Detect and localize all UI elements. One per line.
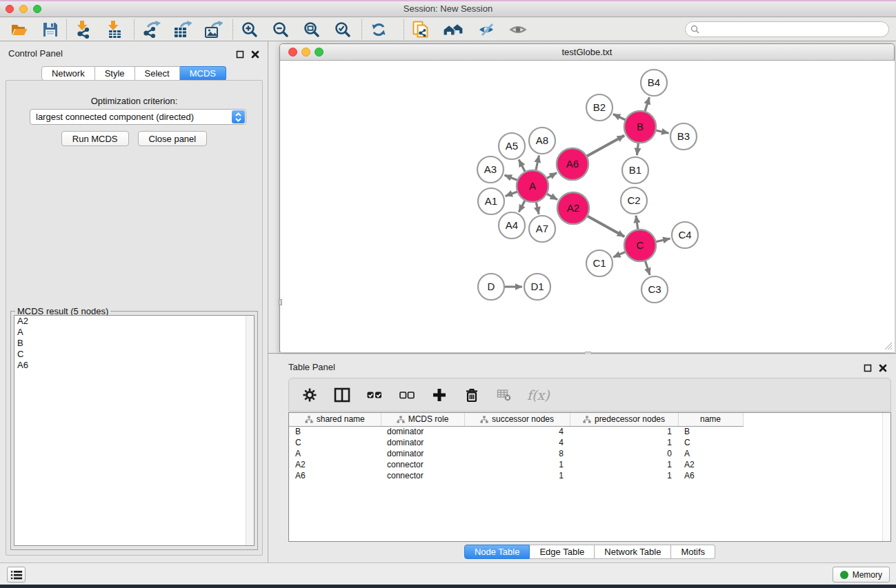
mcds-result-item: C [14, 349, 254, 360]
graph-node-label: A7 [536, 223, 548, 234]
table-cell: A2 [289, 459, 381, 470]
table-row[interactable]: Cdominator41C [289, 437, 882, 448]
hierarchy-icon [480, 416, 488, 423]
save-session-icon[interactable] [41, 20, 60, 39]
function-builder-icon[interactable]: f(x) [527, 387, 550, 403]
table-row[interactable]: Adominator80A [289, 448, 882, 459]
table-cell: connector [381, 470, 464, 481]
tab-network[interactable]: Network [41, 66, 95, 81]
mcds-result-item: A6 [14, 360, 254, 371]
table-panel: Table Panel [268, 354, 896, 562]
table-tab-network-table[interactable]: Network Table [595, 545, 671, 559]
column-header-label: MCDS role [408, 414, 449, 424]
network-window-titlebar[interactable]: testGlobe.txt [280, 44, 894, 61]
control-panel-title: Control Panel [8, 48, 63, 59]
mcds-result-item: B [14, 338, 254, 349]
search-input[interactable] [702, 25, 888, 34]
table-cell: 4 [464, 437, 570, 448]
graph-node-label: D [488, 281, 495, 292]
column-header-predecessor-nodes[interactable]: predecessor nodes [570, 413, 678, 426]
application-window: Session: New Session [0, 0, 896, 588]
graph-node-label: A6 [566, 158, 579, 170]
close-table-panel-icon[interactable] [879, 363, 887, 375]
task-history-button[interactable] [7, 567, 26, 582]
show-all-icon[interactable] [508, 20, 528, 39]
zoom-out-icon[interactable] [271, 20, 290, 39]
table-scrollbar[interactable] [882, 413, 890, 541]
graph-node-label: A5 [506, 140, 518, 152]
network-from-selection-icon[interactable] [411, 20, 430, 39]
graph-node-label: C [637, 239, 644, 251]
status-bar: Memory [0, 562, 896, 585]
memory-button[interactable]: Memory [833, 567, 890, 582]
graph-node-label: C3 [648, 283, 661, 295]
close-panel-button[interactable]: Close panel [138, 131, 208, 146]
table-row[interactable]: A6connector11A6 [289, 470, 882, 481]
zoom-selected-icon[interactable] [333, 20, 352, 39]
result-list-scrollbar[interactable] [246, 316, 254, 545]
table-tab-node-table[interactable]: Node Table [464, 545, 530, 559]
import-table-icon[interactable] [105, 20, 124, 39]
column-header-label: predecessor nodes [595, 414, 665, 424]
delete-table-icon[interactable] [495, 385, 514, 405]
table-row[interactable]: A2connector11A2 [289, 459, 882, 470]
table-tabs: Node TableEdge TableNetwork TableMotifs [288, 545, 891, 559]
table-tab-edge-table[interactable]: Edge Table [530, 545, 595, 559]
window-edge-handle[interactable] [279, 299, 282, 305]
zoom-in-icon[interactable] [240, 20, 259, 39]
tab-style[interactable]: Style [95, 66, 135, 81]
table-cell: dominator [381, 448, 464, 459]
graph-node-label: A1 [485, 195, 497, 207]
tab-select[interactable]: Select [135, 66, 180, 81]
export-table-icon[interactable] [172, 20, 192, 39]
column-header-successor-nodes[interactable]: successor nodes [464, 413, 570, 426]
import-network-icon[interactable] [74, 20, 93, 39]
export-network-icon[interactable] [141, 20, 161, 39]
close-panel-icon[interactable] [251, 49, 259, 61]
table-settings-icon[interactable] [300, 385, 319, 405]
export-image-icon[interactable] [203, 20, 223, 39]
float-table-panel-icon[interactable] [864, 363, 872, 375]
graph-node-label: A [529, 180, 536, 192]
table-cell: A6 [678, 470, 743, 481]
float-panel-icon[interactable] [236, 49, 244, 61]
control-panel: Control Panel NetworkStyleSelectMCDS Opt… [0, 41, 268, 562]
run-mcds-button[interactable]: Run MCDS [61, 131, 129, 146]
graph-node-label: B4 [648, 77, 660, 88]
table-cell: dominator [381, 426, 464, 437]
column-header-shared-name[interactable]: shared name [289, 413, 381, 426]
tab-mcds[interactable]: MCDS [180, 66, 226, 81]
table-tab-motifs[interactable]: Motifs [671, 545, 715, 559]
open-session-icon[interactable] [10, 20, 29, 39]
app-title: Session: New Session [0, 3, 896, 14]
network-canvas[interactable]: B4B2BB3A5A8A6A3B1AA1C2A2A4A7C4CC1C3DD1 [281, 61, 895, 352]
show-network-home-icon[interactable] [442, 20, 466, 39]
column-header-label: successor nodes [492, 414, 554, 424]
zoom-fit-icon[interactable] [302, 20, 321, 39]
table-cell: connector [381, 459, 464, 470]
search-field[interactable] [685, 21, 889, 37]
mcds-result-item: A2 [14, 316, 254, 327]
table-cell: 1 [570, 459, 678, 470]
hide-selected-icon[interactable] [477, 20, 497, 39]
resize-grip-icon[interactable] [883, 341, 893, 350]
graph-node-label: A2 [567, 202, 579, 214]
column-header-name[interactable]: name [678, 413, 743, 426]
delete-columns-icon[interactable] [462, 385, 481, 405]
column-header-MCDS-role[interactable]: MCDS role [381, 413, 464, 426]
refresh-view-icon[interactable] [369, 20, 388, 39]
select-all-rows-icon[interactable] [365, 385, 384, 405]
table-row[interactable]: Bdominator41B [289, 426, 882, 437]
criterion-dropdown[interactable]: largest connected component (directed) [30, 109, 246, 125]
desktop-background [0, 585, 896, 588]
deselect-all-rows-icon[interactable] [397, 385, 417, 405]
split-table-icon[interactable] [332, 385, 352, 405]
mcds-result-list: A2ABCA6 [14, 315, 255, 546]
table-cell: 1 [570, 426, 678, 437]
add-column-icon[interactable] [430, 385, 449, 405]
column-header-label: name [700, 414, 721, 424]
graph-node-label: A8 [536, 134, 548, 146]
table-cell: A [289, 448, 381, 459]
hierarchy-icon [305, 416, 313, 423]
table-cell: 0 [570, 448, 678, 459]
